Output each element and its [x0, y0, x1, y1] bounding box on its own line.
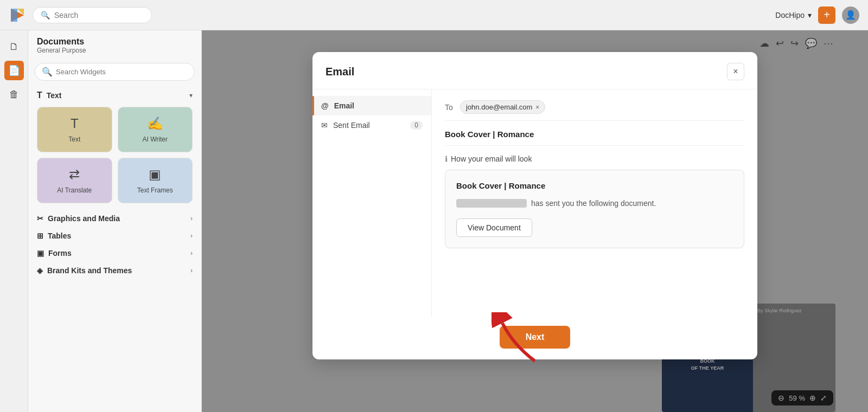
view-document-button[interactable]: View Document	[456, 218, 532, 237]
preview-label: ℹ How your email will look	[445, 154, 744, 163]
email-preview-body: has sent you the following document.	[456, 199, 733, 208]
widget-text[interactable]: T Text	[37, 107, 112, 152]
sent-badge: 0	[410, 121, 423, 130]
widget-ai-translate[interactable]: ⇄ AI Translate	[37, 158, 112, 203]
ai-translate-label: AI Translate	[57, 186, 92, 194]
to-label: To	[445, 103, 456, 112]
new-document-button[interactable]: +	[818, 7, 835, 24]
modal-title: Email	[326, 66, 354, 78]
section-text-header[interactable]: T Text ▾	[28, 85, 201, 104]
graphics-label: Graphics and Media	[48, 214, 120, 223]
left-panel: Documents General Purpose 🔍 T Text ▾ T T…	[28, 30, 202, 412]
text-section-label: Text	[47, 91, 62, 100]
sidebar-icon-documents[interactable]: 🗋	[4, 37, 24, 56]
widget-ai-writer[interactable]: ✍ AI Writer	[118, 107, 193, 152]
brand-icon: ◈	[37, 266, 43, 275]
sender-placeholder	[456, 199, 527, 208]
subject-field: Book Cover | Romance	[445, 130, 744, 146]
text-section-icon: T	[37, 91, 42, 100]
tables-arrow: ›	[190, 232, 193, 240]
modal-close-button[interactable]: ×	[727, 63, 744, 80]
icon-sidebar: 🗋 📄 🗑	[0, 30, 28, 412]
modal-sidebar: @ Email ✉ Sent Email 0	[312, 89, 432, 317]
info-icon: ℹ	[445, 154, 448, 163]
forms-label: Forms	[48, 249, 72, 258]
modal-tab-email[interactable]: @ Email	[312, 96, 431, 115]
svg-marker-1	[11, 9, 17, 22]
brand-label: Brand Kits and Themes	[47, 266, 132, 275]
modal-overlay: Email × @ Email ✉ Sent Email 0	[202, 30, 868, 412]
search-bar[interactable]: 🔍	[33, 7, 152, 23]
email-tab-icon: @	[321, 101, 329, 110]
sidebar-icon-trash[interactable]: 🗑	[4, 85, 24, 104]
text-widget-label: Text	[68, 136, 80, 143]
to-field: To john.doe@email.com ×	[445, 100, 744, 121]
main-layout: 🗋 📄 🗑 Documents General Purpose 🔍 T Text…	[0, 30, 868, 412]
brand-name[interactable]: DocHipo ▾	[775, 11, 812, 20]
ai-writer-label: AI Writer	[143, 136, 168, 143]
ai-writer-icon: ✍	[147, 116, 163, 131]
brand-arrow: ›	[190, 267, 193, 274]
panel-subtitle: General Purpose	[37, 47, 193, 54]
search-icon: 🔍	[41, 11, 50, 20]
sidebar-icon-widgets[interactable]: 📄	[4, 61, 24, 80]
app-logo[interactable]	[9, 7, 26, 24]
tables-label: Tables	[48, 231, 71, 240]
forms-icon: ▣	[37, 249, 44, 258]
sent-tab-label: Sent Email	[333, 121, 370, 130]
forms-arrow: ›	[190, 249, 193, 257]
section-graphics-header[interactable]: ✂ Graphics and Media ›	[28, 209, 201, 226]
topbar: 🔍 DocHipo ▾ + 👤	[0, 0, 868, 30]
graphics-icon: ✂	[37, 214, 43, 223]
text-widget-icon: T	[71, 116, 79, 131]
to-chip: john.doe@email.com ×	[460, 100, 545, 114]
widget-text-frames[interactable]: ▣ Text Frames	[118, 158, 193, 203]
email-preview-box: Book Cover | Romance has sent you the fo…	[445, 170, 744, 248]
modal-header: Email ×	[312, 52, 757, 89]
modal-body: @ Email ✉ Sent Email 0 To	[312, 89, 757, 317]
panel-header: Documents General Purpose	[28, 37, 201, 59]
to-chip-remove[interactable]: ×	[535, 104, 539, 111]
email-preview-title: Book Cover | Romance	[456, 181, 733, 190]
next-button[interactable]: Next	[500, 326, 571, 349]
search-widgets-input[interactable]	[56, 68, 188, 76]
modal-tab-sent[interactable]: ✉ Sent Email 0	[312, 115, 431, 135]
search-input[interactable]	[54, 11, 136, 20]
avatar[interactable]: 👤	[842, 7, 859, 24]
section-brand-header[interactable]: ◈ Brand Kits and Themes ›	[28, 261, 201, 278]
text-frames-label: Text Frames	[137, 186, 173, 194]
email-modal: Email × @ Email ✉ Sent Email 0	[312, 52, 757, 359]
widget-grid: T Text ✍ AI Writer ⇄ AI Translate ▣ Text…	[28, 104, 201, 209]
modal-email-content: To john.doe@email.com × Book Cover | Rom…	[432, 89, 757, 317]
section-forms-header[interactable]: ▣ Forms ›	[28, 243, 201, 261]
email-tab-label: Email	[334, 101, 354, 110]
tables-icon: ⊞	[37, 231, 43, 240]
text-frames-icon: ▣	[149, 167, 161, 182]
preview-label-text: How your email will look	[451, 154, 532, 163]
sent-tab-icon: ✉	[321, 121, 328, 130]
content-area: ☁ ↩ ↪ 💬 ⋯ BESTROMANTICBOOKOF THE YEAR By…	[202, 30, 868, 412]
modal-footer: Next	[312, 317, 757, 359]
sent-you-text: has sent you the following document.	[531, 199, 656, 208]
text-section-arrow: ▾	[189, 92, 193, 99]
ai-translate-icon: ⇄	[69, 167, 80, 182]
section-tables-header[interactable]: ⊞ Tables ›	[28, 226, 201, 243]
search-widgets-bar[interactable]: 🔍	[35, 63, 195, 81]
panel-title: Documents	[37, 37, 193, 47]
topbar-right: DocHipo ▾ + 👤	[775, 7, 859, 24]
search-widgets-icon: 🔍	[42, 67, 53, 77]
graphics-arrow: ›	[190, 215, 193, 222]
to-email-value: john.doe@email.com	[466, 103, 532, 111]
